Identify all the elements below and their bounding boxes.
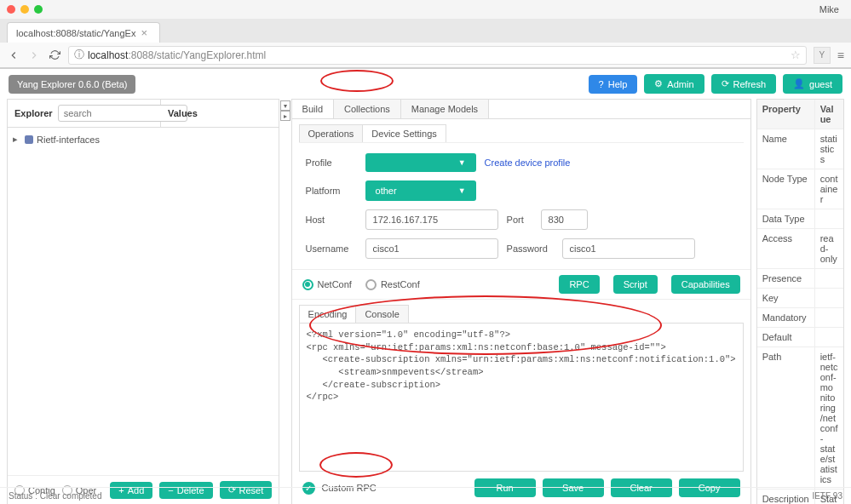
property-row: Mandatory <box>757 308 843 328</box>
property-panel: PropertyValueNamestatisticsNode Typecont… <box>756 99 844 504</box>
username-label: Username <box>306 243 357 254</box>
version-badge: Yang Explorer 0.6.0 (Beta) <box>9 75 135 94</box>
property-value <box>815 269 843 288</box>
reload-icon[interactable] <box>48 49 61 62</box>
host-label: Host <box>306 215 357 225</box>
port-label: Port <box>507 215 532 225</box>
browser-chrome: Mike localhost:8088/static/YangEx × ⓘ lo… <box>0 0 851 69</box>
property-row: Key <box>757 289 843 308</box>
extension-icon[interactable]: Y <box>814 47 831 64</box>
rpc-button[interactable]: RPC <box>559 275 599 294</box>
tab-manage-models[interactable]: Manage Models <box>401 100 489 118</box>
window-controls <box>7 5 43 14</box>
help-button[interactable]: ?Help <box>589 75 638 94</box>
browser-tab[interactable]: localhost:8088/static/YangEx × <box>7 22 160 43</box>
prop-header-value: Value <box>815 100 843 129</box>
property-value: ietf-netconf-monitoring/netconf-state/st… <box>815 347 843 489</box>
yang-tree[interactable]: ▸ Rietf-interfaces <box>8 128 279 475</box>
script-button[interactable]: Script <box>613 275 658 294</box>
maximize-window-icon[interactable] <box>34 5 43 14</box>
chevron-down-icon: ▼ <box>458 186 466 195</box>
info-icon[interactable]: ⓘ <box>74 48 84 62</box>
console-tab[interactable]: Console <box>355 305 408 323</box>
property-row: Data Type <box>757 209 843 229</box>
tab-build[interactable]: Build <box>292 100 334 118</box>
expand-icon[interactable]: ▸ <box>13 134 21 145</box>
property-value: statistics <box>815 129 843 169</box>
property-value <box>815 289 843 307</box>
minimize-window-icon[interactable] <box>20 5 29 14</box>
xml-editor[interactable]: <?xml version="1.0" encoding="utf-8"?> <… <box>299 323 744 472</box>
values-heading: Values <box>161 103 279 123</box>
restconf-radio[interactable]: RestConf <box>365 279 420 290</box>
chevron-right-icon[interactable]: ▸ <box>280 111 290 121</box>
profile-select[interactable]: ▼ <box>365 153 476 172</box>
browser-user-label[interactable]: Mike <box>819 4 844 14</box>
property-key: Default <box>757 328 815 346</box>
property-row: Accessread-only <box>757 229 843 269</box>
capabilities-button[interactable]: Capabilities <box>671 275 740 294</box>
property-key: Path <box>757 347 815 489</box>
status-right: IETF 93 <box>812 491 842 501</box>
create-profile-link[interactable]: Create device profile <box>485 158 571 168</box>
username-input[interactable] <box>365 238 498 259</box>
property-value <box>815 308 843 327</box>
tab-title: localhost:8088/static/YangEx <box>16 28 135 38</box>
address-bar[interactable]: ⓘ localhost:8088/static/YangExplorer.htm… <box>68 46 807 65</box>
encoding-tab[interactable]: Encoding <box>299 305 357 323</box>
tree-node-label: Rietf-interfaces <box>37 135 100 145</box>
property-row: Node Typecontainer <box>757 169 843 209</box>
property-value: read-only <box>815 229 843 268</box>
subtab-device-settings[interactable]: Device Settings <box>362 124 446 142</box>
netconf-radio[interactable]: NetConf <box>302 279 352 290</box>
chevron-down-icon[interactable]: ▾ <box>280 100 290 111</box>
module-icon <box>25 135 33 144</box>
property-key: Access <box>757 229 815 268</box>
host-input[interactable] <box>365 209 498 230</box>
property-row: Presence <box>757 269 843 289</box>
property-value <box>815 328 843 346</box>
admin-button[interactable]: ⚙Admin <box>644 74 704 94</box>
status-text: Status : Clear completed <box>9 491 102 501</box>
property-key: Presence <box>757 269 815 288</box>
close-window-icon[interactable] <box>7 5 15 14</box>
property-key: Data Type <box>757 209 815 228</box>
property-value: container <box>815 169 843 209</box>
main-panel: Build Collections Manage Models Operatio… <box>291 99 751 504</box>
status-bar: Status : Clear completed IETF 93 <box>0 487 851 504</box>
device-settings-form: Profile ▼ Create device profile Platform… <box>292 143 750 269</box>
property-key: Mandatory <box>757 308 815 327</box>
prop-header-key: Property <box>757 100 815 129</box>
tab-collections[interactable]: Collections <box>334 100 401 118</box>
tab-close-icon[interactable]: × <box>141 27 147 38</box>
back-icon[interactable] <box>7 49 20 62</box>
refresh-icon: ⟳ <box>722 78 729 89</box>
platform-select[interactable]: other▼ <box>365 180 476 201</box>
tree-node[interactable]: ▸ Rietf-interfaces <box>8 131 279 147</box>
property-row: Namestatistics <box>757 129 843 169</box>
property-row: Pathietf-netconf-monitoring/netconf-stat… <box>757 347 843 490</box>
url-text: localhost:8088/static/YangExplorer.html <box>88 49 266 61</box>
password-label: Password <box>507 243 554 254</box>
user-icon: 👤 <box>793 78 805 89</box>
panel-splitter[interactable]: ▾ ▸ <box>279 99 290 504</box>
main-tabs: Build Collections Manage Models <box>292 100 750 119</box>
forward-icon[interactable] <box>27 49 41 62</box>
property-value <box>815 209 843 228</box>
platform-label: Platform <box>306 186 357 196</box>
explorer-heading: Explorer <box>8 100 161 127</box>
port-input[interactable] <box>541 209 588 230</box>
subtab-operations[interactable]: Operations <box>299 124 364 142</box>
bookmark-star-icon[interactable]: ☆ <box>791 49 801 61</box>
browser-menu-icon[interactable]: ≡ <box>837 49 844 62</box>
gear-icon: ⚙ <box>654 78 663 89</box>
property-row: Default <box>757 328 843 347</box>
property-key: Key <box>757 289 815 307</box>
guest-button[interactable]: 👤guest <box>783 74 842 94</box>
password-input[interactable] <box>562 238 695 259</box>
refresh-button[interactable]: ⟳Refresh <box>711 74 777 94</box>
explorer-panel: Explorer Values ▸ Rietf-interfaces Confi… <box>7 99 279 504</box>
property-key: Node Type <box>757 169 815 209</box>
help-icon: ? <box>599 79 604 89</box>
app-topbar: Yang Explorer 0.6.0 (Beta) ?Help ⚙Admin … <box>0 69 851 99</box>
